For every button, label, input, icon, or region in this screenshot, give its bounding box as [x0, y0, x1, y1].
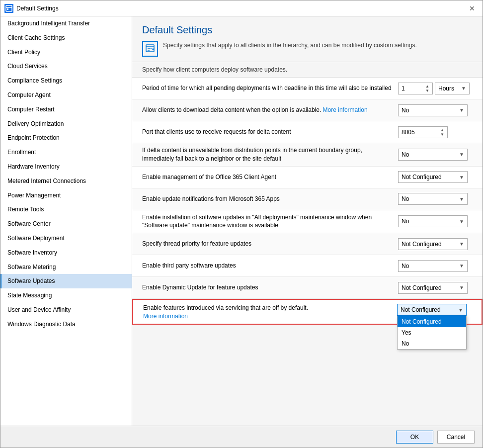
dropdown-value: Not Configured [402, 241, 442, 248]
window-icon [4, 4, 13, 13]
chevron-down-icon: ▼ [459, 219, 464, 224]
setting-label-delta-fallback: If delta content is unavailable from dis… [142, 146, 398, 163]
cancel-button[interactable]: Cancel [437, 431, 475, 444]
setting-row-delta-fallback: If delta content is unavailable from dis… [132, 143, 483, 167]
chevron-down-icon: ▼ [459, 175, 464, 180]
dropdown-value: No [402, 263, 409, 269]
setting-label-feature-priority: Specify thread priority for feature upda… [142, 240, 398, 248]
sidebar-item-endpoint-protection[interactable]: Endpoint Protection [0, 131, 132, 145]
spinbox-value: 8005 [402, 129, 415, 136]
description-row: Specify settings that apply to all clien… [142, 41, 473, 57]
close-button[interactable]: ✕ [466, 2, 479, 15]
settings-scroll[interactable]: Period of time for which all pending dep… [132, 78, 483, 426]
sidebar-item-metered-internet-connections[interactable]: Metered Internet Connections [0, 174, 132, 188]
dropdown-delta-fallback[interactable]: No ▼ [398, 149, 468, 161]
sidebar-item-client-policy[interactable]: Client Policy [0, 45, 132, 60]
spinbox-port[interactable]: 8005 ▲▼ [398, 126, 448, 138]
dropdown-option-no[interactable]: No [398, 338, 466, 349]
chevron-down-icon: ▼ [459, 263, 464, 269]
sidebar-item-power-management[interactable]: Power Management [0, 188, 132, 203]
setting-control-office365: Not Configured ▼ [398, 171, 473, 183]
chevron-down-icon: ▼ [458, 307, 463, 313]
sidebar-item-delivery-optimization[interactable]: Delivery Optimization [0, 117, 132, 131]
setting-row-feature-priority: Specify thread priority for feature upda… [132, 233, 483, 255]
section-header: Specify how client computers deploy soft… [132, 62, 483, 78]
setting-control-features-off: Not Configured ▼ Not Configured Yes No [397, 304, 472, 316]
dropdown-third-party[interactable]: No ▼ [398, 260, 468, 272]
main-title: Default Settings [142, 24, 473, 36]
dropdown-option-not-configured[interactable]: Not Configured [398, 316, 466, 327]
dropdown-value: No [402, 195, 409, 202]
spin-arrows[interactable]: ▲▼ [425, 84, 429, 93]
dropdown-m365-notifications[interactable]: No ▼ [398, 193, 468, 205]
setting-row-office365: Enable management of the Office 365 Clie… [132, 167, 483, 188]
title-bar: Default Settings ✕ [0, 0, 483, 16]
setting-control-dynamic-update: Not Configured ▼ [398, 282, 473, 294]
setting-control-third-party: No ▼ [398, 260, 473, 272]
dropdown-value: No [402, 151, 409, 158]
svg-rect-2 [7, 8, 8, 10]
setting-control-delta-port: 8005 ▲▼ [398, 126, 473, 138]
sidebar-item-enrollment[interactable]: Enrollment [0, 145, 132, 160]
setting-label-pending-deployments: Period of time for which all pending dep… [142, 84, 398, 92]
dropdown-value: No [402, 107, 409, 114]
sidebar: Background Intelligent Transfer Client C… [0, 16, 132, 426]
setting-row-dynamic-update: Enable Dynamic Update for feature update… [132, 277, 483, 299]
dropdown-feature-priority[interactable]: Not Configured ▼ [398, 238, 468, 250]
sidebar-item-remote-tools[interactable]: Remote Tools [0, 202, 132, 217]
chevron-down-icon: ▼ [459, 241, 464, 247]
sidebar-item-computer-restart[interactable]: Computer Restart [0, 102, 132, 117]
sidebar-item-windows-diagnostic-data[interactable]: Windows Diagnostic Data [0, 317, 132, 332]
setting-label-features-off: Enable features introduced via servicing… [143, 304, 397, 321]
setting-control-delta-fallback: No ▼ [398, 149, 473, 161]
spin-arrows[interactable]: ▲▼ [440, 128, 444, 137]
setting-row-pending-deployments: Period of time for which all pending dep… [132, 78, 483, 99]
sidebar-item-compliance-settings[interactable]: Compliance Settings [0, 74, 132, 88]
sidebar-item-software-metering[interactable]: Software Metering [0, 260, 132, 274]
dropdown-dynamic-update[interactable]: Not Configured ▼ [398, 282, 468, 294]
dropdown-features-off[interactable]: Not Configured ▼ [397, 304, 467, 316]
sidebar-item-client-cache-settings[interactable]: Client Cache Settings [0, 31, 132, 45]
setting-row-maintenance-window: Enable installation of software updates … [132, 210, 483, 234]
dropdown-office365[interactable]: Not Configured ▼ [398, 171, 468, 183]
setting-label-third-party: Enable third party software updates [142, 262, 398, 270]
sidebar-item-background-intelligent-transfer[interactable]: Background Intelligent Transfer [0, 16, 132, 31]
description-text: Specify settings that apply to all clien… [163, 41, 417, 50]
setting-row-m365-notifications: Enable update notifications from Microso… [132, 188, 483, 210]
dropdown-delta-download[interactable]: No ▼ [398, 104, 468, 116]
footer: OK Cancel [0, 426, 483, 448]
setting-label-m365-notifications: Enable update notifications from Microso… [142, 195, 398, 203]
dropdown-value: Not Configured [401, 306, 441, 313]
content-area: Background Intelligent Transfer Client C… [0, 16, 483, 426]
main-panel: Default Settings Specify settings that a… [132, 16, 483, 426]
dropdown-hours[interactable]: Hours ▼ [435, 83, 470, 94]
setting-row-delta-port: Port that clients use to receive request… [132, 121, 483, 143]
svg-rect-0 [6, 5, 12, 11]
setting-control-feature-priority: Not Configured ▼ [398, 238, 473, 250]
setting-row-features-off-by-default: Enable features introduced via servicing… [132, 299, 483, 325]
sidebar-item-hardware-inventory[interactable]: Hardware Inventory [0, 160, 132, 174]
sidebar-item-user-and-device-affinity[interactable]: User and Device Affinity [0, 303, 132, 317]
chevron-down-icon: ▼ [459, 196, 464, 202]
dropdown-value: Not Configured [402, 284, 442, 291]
setting-control-pending-deployments: 1 ▲▼ Hours ▼ [398, 83, 473, 94]
dropdown-value: No [402, 218, 409, 225]
sidebar-item-software-deployment[interactable]: Software Deployment [0, 231, 132, 246]
setting-control-m365-notifications: No ▼ [398, 193, 473, 205]
dropdown-value: Not Configured [402, 174, 442, 180]
sidebar-item-state-messaging[interactable]: State Messaging [0, 288, 132, 303]
chevron-down-icon: ▼ [459, 107, 464, 113]
sidebar-item-cloud-services[interactable]: Cloud Services [0, 59, 132, 74]
sidebar-item-software-inventory[interactable]: Software Inventory [0, 246, 132, 260]
sidebar-item-computer-agent[interactable]: Computer Agent [0, 88, 132, 102]
dropdown-maintenance-window[interactable]: No ▼ [398, 215, 468, 227]
sidebar-item-software-center[interactable]: Software Center [0, 217, 132, 231]
spinbox-pending[interactable]: 1 ▲▼ [398, 83, 433, 94]
setting-label-maintenance-window: Enable installation of software updates … [142, 213, 398, 230]
more-info-link-delta[interactable]: More information [323, 106, 368, 113]
setting-row-delta-download: Allow clients to download delta content … [132, 99, 483, 121]
sidebar-item-software-updates[interactable]: Software Updates [0, 274, 132, 288]
more-info-link-features[interactable]: More information [143, 313, 188, 320]
dropdown-option-yes[interactable]: Yes [398, 327, 466, 338]
ok-button[interactable]: OK [396, 431, 433, 444]
